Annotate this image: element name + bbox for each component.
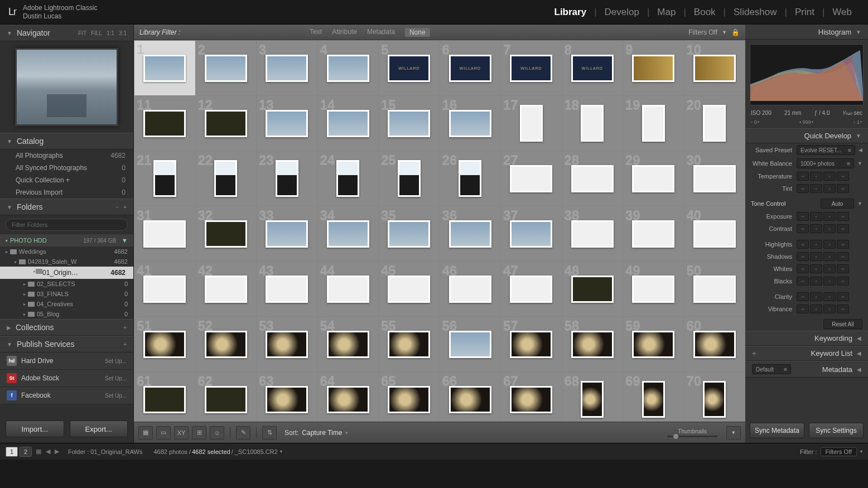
module-web[interactable]: Web [824, 7, 860, 18]
grid-cell[interactable]: 1 [134, 41, 195, 95]
grid-cell[interactable]: 51 [134, 317, 195, 371]
status-filter-select[interactable]: Filters Off [821, 447, 857, 456]
grid-cell[interactable]: 14 [318, 96, 379, 151]
grid-cell[interactable]: 42 [196, 262, 257, 316]
chevron-down-icon[interactable]: ▼ [857, 201, 862, 206]
grid-cell[interactable]: 62 [196, 372, 257, 422]
grid-cell[interactable]: 65 [379, 372, 440, 422]
folder-item[interactable]: ▸03_FINALS0 [0, 289, 133, 299]
stepper-button[interactable]: › [823, 264, 836, 273]
chevron-left-icon[interactable]: ◀ [859, 147, 862, 153]
filmstrip-page-button[interactable]: 1 [6, 447, 18, 457]
back-arrow-icon[interactable]: ◀ [46, 448, 50, 455]
grid-cell[interactable]: 15 [379, 96, 440, 151]
stepper-button[interactable]: ‹‹ [797, 184, 809, 193]
stepper-button[interactable]: ‹ [810, 240, 822, 249]
grid-cell[interactable]: 29 [623, 151, 684, 206]
grid-cell[interactable]: 44 [318, 262, 379, 316]
sync-metadata-button[interactable]: Sync Metadata [750, 423, 804, 438]
grid-cell[interactable]: 55 [379, 317, 440, 371]
grid-cell[interactable]: 41 [134, 262, 195, 316]
minus-icon[interactable]: − [115, 204, 119, 210]
grid-cell[interactable]: 54 [318, 317, 379, 371]
compare-view-button[interactable]: XY [174, 426, 189, 439]
folder-item[interactable]: ▸04_Creatives0 [0, 299, 133, 309]
zoom-preset[interactable]: 3:1 [119, 30, 127, 36]
grid-cell[interactable]: 68 [562, 372, 623, 422]
module-develop[interactable]: Develop [597, 7, 647, 18]
plus-icon[interactable]: + [752, 349, 756, 357]
grid-cell[interactable]: 53 [257, 317, 317, 371]
keywording-header[interactable]: Keywording ◀ [745, 331, 868, 346]
grid-cell[interactable]: 60 [684, 317, 745, 371]
filters-off-toggle[interactable]: Filters Off [688, 28, 717, 36]
grid-view-button[interactable]: ▦ [138, 426, 153, 439]
stepper-button[interactable]: ›› [837, 252, 849, 261]
chevron-down-icon[interactable]: ▼ [857, 161, 862, 166]
stepper-button[interactable]: › [823, 252, 836, 261]
saved-preset-select[interactable]: Evolve RESET...≡ [797, 145, 855, 155]
filter-tab-none[interactable]: None [405, 28, 430, 37]
grid-cell[interactable]: 57 [501, 317, 562, 371]
grid-cell[interactable]: 36 [440, 206, 501, 261]
grid-cell[interactable]: 47 [501, 262, 562, 316]
grid-cell[interactable]: 33 [257, 206, 317, 261]
publish-service[interactable]: StAdobe StockSet Up... [0, 370, 133, 387]
plus-icon[interactable]: + [123, 204, 127, 210]
folder-item[interactable]: ▸02_SELECTS0 [0, 279, 133, 289]
grid-cell[interactable]: 63 [257, 372, 317, 422]
grid-cell[interactable]: 10 [684, 41, 745, 95]
grid-cell[interactable]: 30 [684, 151, 745, 206]
stepper-button[interactable]: ›› [837, 292, 849, 301]
grid-cell[interactable]: 67 [501, 372, 562, 422]
stepper-button[interactable]: ‹‹ [797, 252, 809, 261]
toolbar-menu-button[interactable]: ▾ [726, 426, 741, 439]
grid-cell[interactable]: 17 [501, 96, 562, 151]
thumbnail-size-slider[interactable]: Thumbnails [667, 428, 717, 437]
plus-icon[interactable]: + [123, 325, 127, 331]
grid-cell[interactable]: 3 [257, 41, 317, 95]
grid-cell[interactable]: 19 [623, 96, 684, 151]
folder-item[interactable]: ▸042819_Saleh_W4682 [0, 257, 133, 267]
grid-cell[interactable]: 27 [501, 151, 562, 206]
grid-cell[interactable]: 66 [440, 372, 501, 422]
stepper-button[interactable]: ›› [837, 224, 849, 233]
auto-tone-button[interactable]: Auto [821, 199, 854, 209]
survey-view-button[interactable]: ⊞ [192, 426, 206, 439]
filter-tab-text[interactable]: Text [310, 28, 322, 37]
stepper-button[interactable]: › [823, 224, 836, 233]
reset-all-button[interactable]: Reset All [823, 319, 862, 329]
stepper-button[interactable]: › [823, 292, 836, 301]
stepper-button[interactable]: › [823, 305, 836, 313]
grid-cell[interactable]: 22 [196, 151, 257, 206]
grid-cell[interactable]: 7 [501, 41, 562, 95]
stepper-button[interactable]: ›› [837, 305, 849, 313]
chevron-down-icon[interactable]: ▾ [280, 449, 282, 454]
grid-cell[interactable]: 31 [134, 206, 195, 261]
forward-arrow-icon[interactable]: ▶ [55, 448, 59, 455]
stepper-button[interactable]: ‹‹ [797, 305, 809, 313]
drive-row[interactable]: ▪ PHOTO HDD 197 / 364 GB ▼ [0, 234, 133, 247]
stepper-button[interactable]: ‹‹ [797, 277, 809, 286]
grid-cell[interactable]: 56 [440, 317, 501, 371]
grid-cell[interactable]: 59 [623, 317, 684, 371]
folder-item[interactable]: ▸Weddings4682 [0, 247, 133, 257]
grid-cell[interactable]: 23 [257, 151, 317, 206]
folder-item[interactable]: ▸05_Blog0 [0, 309, 133, 319]
grid-cell[interactable]: 70 [684, 372, 745, 422]
stepper-button[interactable]: › [823, 240, 836, 249]
stepper-button[interactable]: ›› [837, 212, 849, 221]
metadata-header[interactable]: Default≡ Metadata ◀ [745, 361, 868, 378]
folder-filter-input[interactable]: Filter Folders [6, 219, 128, 231]
stepper-button[interactable]: ‹ [810, 305, 822, 313]
painter-tool-button[interactable]: ✎ [236, 426, 250, 439]
stepper-button[interactable]: ‹‹ [797, 212, 809, 221]
stepper-button[interactable]: ‹ [810, 224, 822, 233]
publish-header[interactable]: ▼ Publish Services + [0, 336, 133, 352]
stepper-button[interactable]: ‹ [810, 172, 822, 181]
white-balance-select[interactable]: 1000+ photos≡ [797, 158, 854, 168]
folder-item[interactable]: ▸01_Origin…4682 [0, 267, 133, 279]
module-map[interactable]: Map [649, 7, 683, 18]
grid-cell[interactable]: 45 [379, 262, 440, 316]
stepper-button[interactable]: ›› [837, 172, 849, 181]
